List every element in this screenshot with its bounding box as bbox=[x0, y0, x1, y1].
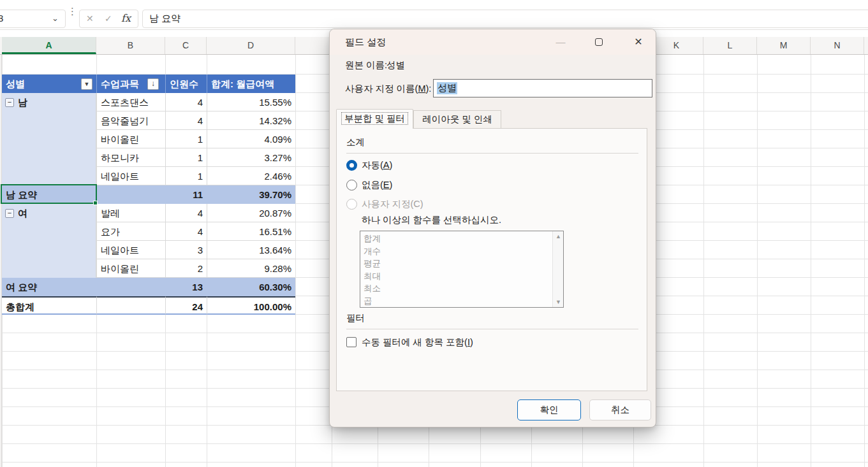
pivot-cell-pct[interactable]: 4.09% bbox=[207, 130, 295, 148]
pivot-cell-pct[interactable]: 9.28% bbox=[207, 259, 295, 278]
ok-button[interactable]: 확인 bbox=[517, 399, 581, 420]
source-name-value: 성별 bbox=[386, 59, 405, 71]
scroll-down-icon[interactable]: ▼ bbox=[553, 297, 564, 307]
radio-row: 사용자 지정(C) bbox=[346, 198, 538, 212]
tab-label: 레이아웃 및 인쇄 bbox=[422, 114, 492, 124]
pivot-header-gender[interactable]: 성별▼ bbox=[2, 75, 96, 93]
listbox-item: 개수 bbox=[364, 245, 381, 258]
pivot-cell-count[interactable]: 4 bbox=[165, 222, 207, 241]
pivot-cell-pct[interactable]: 2.46% bbox=[207, 167, 295, 185]
formula-bar-divider-icon: ⋮ bbox=[68, 8, 77, 15]
include-new-items-checkbox[interactable] bbox=[346, 337, 357, 347]
custom-name-label: 사용자 지정 이름(M): bbox=[345, 83, 431, 95]
pivot-summary-blank[interactable] bbox=[96, 185, 165, 204]
pivot-cell-count[interactable]: 3 bbox=[165, 241, 207, 259]
pivot-summary-count[interactable]: 13 bbox=[165, 278, 207, 296]
pivot-summary-label[interactable]: 여 요약 bbox=[2, 278, 96, 296]
custom-name-input[interactable]: 성별 bbox=[433, 79, 652, 97]
pivot-grandtotal-label[interactable]: 총합계 bbox=[2, 296, 96, 315]
pivot-cell-subject[interactable]: 음악줄넘기 bbox=[96, 111, 165, 130]
name-box-value: 3 bbox=[0, 13, 3, 24]
include-new-items-label: 수동 필터에 새 항목 포함(I) bbox=[362, 336, 473, 348]
tab-subtotals-filters[interactable]: 부분합 및 필터 bbox=[336, 109, 413, 129]
tab-label: 부분합 및 필터 bbox=[342, 113, 408, 124]
group-name: 남 bbox=[18, 93, 27, 111]
pivot-cell-pct[interactable]: 3.27% bbox=[207, 148, 295, 167]
pivot-cell-subject[interactable]: 네일아트 bbox=[96, 167, 165, 185]
pivot-cell-count[interactable]: 4 bbox=[165, 93, 207, 111]
filter-dropdown-icon[interactable]: ▼ bbox=[81, 78, 92, 90]
pivot-group-2[interactable]: −여 bbox=[2, 204, 96, 278]
divider bbox=[346, 153, 638, 154]
listbox-item: 합계 bbox=[364, 233, 381, 245]
dialog-title: 필드 설정 bbox=[345, 36, 386, 48]
pivot-cell-count[interactable]: 4 bbox=[165, 111, 207, 130]
filter-group-label: 필터 bbox=[346, 312, 365, 324]
insert-function-icon[interactable]: fx bbox=[121, 12, 131, 24]
pivot-cell-pct[interactable]: 13.64% bbox=[207, 241, 295, 259]
maximize-icon[interactable] bbox=[587, 33, 610, 51]
listbox-item: 최대 bbox=[364, 270, 381, 283]
custom-name-value: 성별 bbox=[437, 82, 457, 94]
listbox-scrollbar[interactable]: ▲ ▼ bbox=[552, 231, 563, 307]
pivot-cell-count[interactable]: 4 bbox=[165, 204, 207, 222]
pivot-cell-pct[interactable]: 16.51% bbox=[207, 222, 295, 241]
formula-bar: 3 ⌄ ⋮ ✕ ✓ fx 남 요약 bbox=[0, 0, 868, 30]
subtotals-group-label: 소계 bbox=[346, 136, 365, 148]
pivot-cell-subject[interactable]: 스포츠댄스 bbox=[96, 93, 165, 111]
pivot-grandtotal-count[interactable]: 24 bbox=[165, 296, 207, 315]
field-settings-dialog: 필드 설정 — ✕ 원본 이름: 성별 사용자 지정 이름(M): 성별 소계 … bbox=[329, 29, 656, 427]
pivot-cell-count[interactable]: 1 bbox=[165, 167, 207, 185]
pivot-group-1[interactable]: −남 bbox=[2, 93, 96, 185]
close-icon[interactable]: ✕ bbox=[627, 33, 650, 51]
pivot-cell-pct[interactable]: 20.87% bbox=[207, 204, 295, 222]
pivot-cell-pct[interactable]: 14.32% bbox=[207, 111, 295, 130]
cancel-button[interactable]: 취소 bbox=[589, 399, 651, 420]
pivot-cell-subject[interactable]: 발레 bbox=[96, 204, 165, 222]
scroll-up-icon[interactable]: ▲ bbox=[553, 231, 564, 241]
name-box[interactable]: 3 ⌄ bbox=[0, 10, 66, 28]
formula-input[interactable]: 남 요약 bbox=[142, 10, 868, 28]
pivot-summary-blank[interactable] bbox=[96, 278, 165, 296]
functions-listbox: 합계개수평균최대최소곱 ▲ ▼ bbox=[360, 231, 564, 308]
formula-bar-buttons: ✕ ✓ fx bbox=[79, 10, 138, 28]
pivot-cell-subject[interactable]: 하모니카 bbox=[96, 148, 165, 167]
subtotals-filters-panel: 소계 자동(A)없음(E)사용자 지정(C) 하나 이상의 함수를 선택하십시오… bbox=[336, 128, 647, 391]
pivot-summary-pct[interactable]: 60.30% bbox=[207, 278, 295, 296]
fill-handle[interactable] bbox=[93, 201, 98, 205]
enter-entry-icon[interactable]: ✓ bbox=[105, 13, 112, 24]
radio-on-icon[interactable] bbox=[346, 160, 357, 171]
functions-hint: 하나 이상의 함수를 선택하십시오. bbox=[362, 214, 501, 226]
pivot-cell-count[interactable]: 1 bbox=[165, 130, 207, 148]
listbox-item: 평균 bbox=[364, 257, 381, 270]
radio-off-icon[interactable] bbox=[346, 180, 357, 190]
pivot-cell-pct[interactable]: 15.55% bbox=[207, 93, 295, 111]
pivot-summary-count[interactable]: 11 bbox=[165, 185, 207, 204]
pivot-cell-subject[interactable]: 요가 bbox=[96, 222, 165, 241]
pivot-summary-pct[interactable]: 39.70% bbox=[207, 185, 295, 204]
pivot-header-count[interactable]: 인원수 bbox=[165, 75, 207, 93]
radio-label: 없음(E) bbox=[362, 179, 392, 191]
pivot-header-sum[interactable]: 합계: 월급여액 bbox=[207, 75, 295, 93]
group-name: 여 bbox=[18, 204, 27, 222]
radio-label: 사용자 지정(C) bbox=[362, 198, 423, 210]
pivot-cell-subject[interactable]: 바이올린 bbox=[96, 130, 165, 148]
sort-filter-icon[interactable]: ↓ bbox=[147, 78, 159, 90]
pivot-header-subject[interactable]: 수업과목↓ bbox=[96, 75, 165, 93]
tab-layout-print[interactable]: 레이아웃 및 인쇄 bbox=[413, 110, 501, 129]
collapse-icon[interactable]: − bbox=[5, 209, 14, 218]
cancel-entry-icon[interactable]: ✕ bbox=[86, 13, 94, 24]
pivot-cell-count[interactable]: 2 bbox=[165, 259, 207, 278]
listbox-item: 곱 bbox=[364, 295, 372, 308]
pivot-cell-count[interactable]: 1 bbox=[165, 148, 207, 167]
pivot-cell-subject[interactable]: 바이올린 bbox=[96, 259, 165, 278]
pivot-grandtotal-blank[interactable] bbox=[96, 296, 165, 315]
chevron-down-icon[interactable]: ⌄ bbox=[52, 13, 59, 23]
active-cell-selection[interactable] bbox=[1, 184, 97, 204]
pivot-cell-subject[interactable]: 네일아트 bbox=[96, 241, 165, 259]
pivot-grandtotal-pct[interactable]: 100.00% bbox=[207, 296, 295, 315]
collapse-icon[interactable]: − bbox=[5, 98, 14, 107]
radio-label: 자동(A) bbox=[362, 159, 392, 171]
radio-row: 자동(A) bbox=[346, 159, 538, 173]
dialog-titlebar: 필드 설정 — ✕ bbox=[330, 29, 656, 55]
